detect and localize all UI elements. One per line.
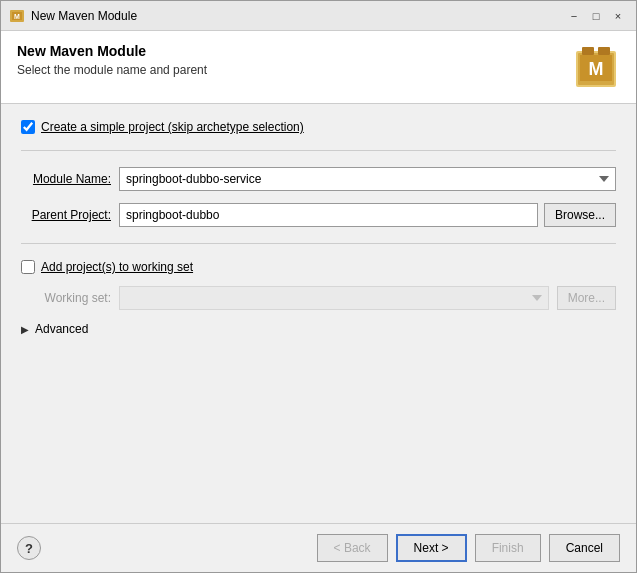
simple-project-label-text: Create a simple project (skip archetype …	[41, 120, 304, 134]
button-bar: ? < Back Next > Finish Cancel	[1, 523, 636, 572]
dialog-window: M New Maven Module − □ × New Maven Modul…	[0, 0, 637, 573]
module-name-row: Module Name: springboot-dubbo-service	[21, 167, 616, 191]
module-name-input-wrapper: springboot-dubbo-service	[119, 167, 616, 191]
finish-button[interactable]: Finish	[475, 534, 541, 562]
parent-project-label: Parent Project:	[21, 208, 111, 222]
triangle-icon: ▶	[21, 324, 29, 335]
simple-project-checkbox[interactable]	[21, 120, 35, 134]
working-set-row: Working set: More...	[21, 286, 616, 310]
advanced-label: Advanced	[35, 322, 88, 336]
button-bar-left: ?	[17, 536, 41, 560]
parent-project-row: Parent Project: Browse...	[21, 203, 616, 227]
minimize-button[interactable]: −	[564, 6, 584, 26]
dialog-title: New Maven Module	[17, 43, 207, 59]
title-bar: M New Maven Module − □ ×	[1, 1, 636, 31]
divider-1	[21, 150, 616, 151]
maximize-button[interactable]: □	[586, 6, 606, 26]
working-set-checkbox-row: Add project(s) to working set	[21, 260, 616, 274]
module-name-label: Module Name:	[21, 172, 111, 186]
add-working-set-label-text: Add project(s) to working set	[41, 260, 193, 274]
add-working-set-checkbox[interactable]	[21, 260, 35, 274]
parent-project-input[interactable]	[119, 203, 538, 227]
simple-project-label[interactable]: Create a simple project (skip archetype …	[41, 120, 304, 134]
working-set-label: Working set:	[21, 291, 111, 305]
working-set-select[interactable]	[119, 286, 549, 310]
add-working-set-label[interactable]: Add project(s) to working set	[41, 260, 193, 274]
divider-2	[21, 243, 616, 244]
svg-rect-7	[582, 47, 594, 55]
dialog-subtitle: Select the module name and parent	[17, 63, 207, 77]
title-bar-controls: − □ ×	[564, 6, 628, 26]
bottom-spacer	[21, 348, 616, 507]
button-bar-right: < Back Next > Finish Cancel	[317, 534, 620, 562]
help-button[interactable]: ?	[17, 536, 41, 560]
svg-text:M: M	[589, 59, 604, 79]
module-name-select[interactable]: springboot-dubbo-service	[119, 167, 616, 191]
back-button[interactable]: < Back	[317, 534, 388, 562]
parent-project-input-wrapper: Browse...	[119, 203, 616, 227]
browse-button[interactable]: Browse...	[544, 203, 616, 227]
cancel-button[interactable]: Cancel	[549, 534, 620, 562]
title-bar-text: New Maven Module	[31, 9, 564, 23]
content-area: Create a simple project (skip archetype …	[1, 104, 636, 523]
title-bar-icon: M	[9, 8, 25, 24]
svg-text:M: M	[14, 13, 20, 20]
header-section: New Maven Module Select the module name …	[1, 31, 636, 104]
simple-project-row: Create a simple project (skip archetype …	[21, 120, 616, 134]
close-button[interactable]: ×	[608, 6, 628, 26]
header-text: New Maven Module Select the module name …	[17, 43, 207, 77]
more-button[interactable]: More...	[557, 286, 616, 310]
next-button[interactable]: Next >	[396, 534, 467, 562]
maven-icon: M	[572, 43, 620, 91]
advanced-row[interactable]: ▶ Advanced	[21, 322, 616, 336]
svg-rect-8	[598, 47, 610, 55]
